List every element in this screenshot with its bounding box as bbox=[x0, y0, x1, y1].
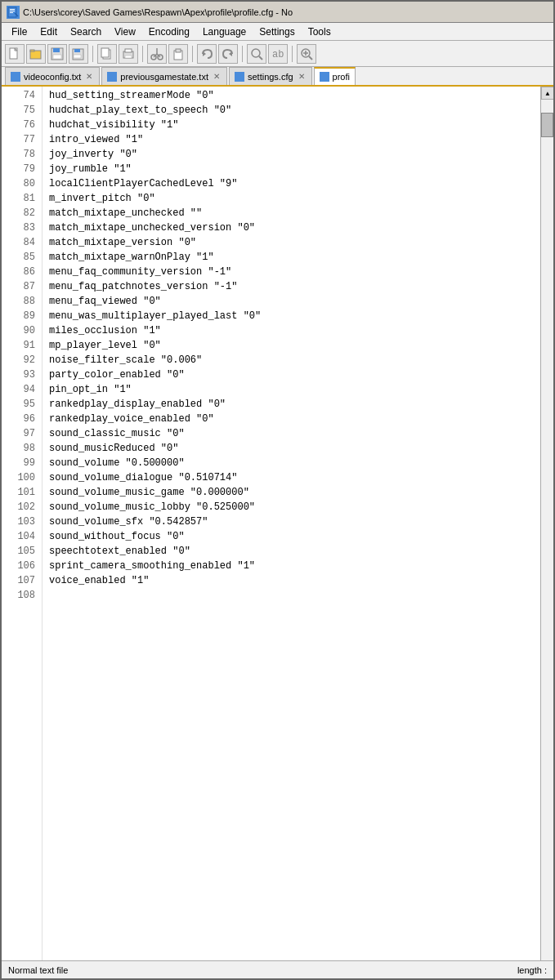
new-button[interactable] bbox=[5, 44, 25, 64]
svg-line-28 bbox=[259, 56, 262, 60]
code-line: localClientPlayerCachedLevel "9" bbox=[49, 176, 534, 191]
code-line: sound_musicReduced "0" bbox=[49, 441, 534, 456]
tab-label-previousgamestate: previousgamestate.txt bbox=[120, 72, 208, 82]
menu-view[interactable]: View bbox=[108, 24, 142, 39]
title-icon bbox=[7, 6, 20, 19]
code-line: m_invert_pitch "0" bbox=[49, 191, 534, 206]
code-line: party_color_enabled "0" bbox=[49, 368, 534, 382]
code-line: hud_setting_streamerMode "0" bbox=[49, 88, 534, 103]
svg-rect-12 bbox=[74, 55, 81, 58]
code-line: sound_volume_music_lobby "0.525000" bbox=[49, 500, 534, 514]
svg-rect-24 bbox=[176, 49, 181, 52]
menu-file[interactable]: File bbox=[5, 24, 34, 39]
menu-settings[interactable]: Settings bbox=[253, 24, 301, 39]
line-number: 106 bbox=[2, 559, 42, 573]
menu-search[interactable]: Search bbox=[64, 24, 108, 39]
tab-close-previousgamestate[interactable]: ✕ bbox=[212, 72, 222, 82]
line-number: 81 bbox=[2, 191, 42, 206]
separator-2 bbox=[142, 46, 143, 62]
code-content[interactable]: hud_setting_streamerMode "0"hudchat_play… bbox=[43, 87, 540, 960]
code-line: sound_classic_music "0" bbox=[49, 426, 534, 441]
code-line: noise_filter_scale "0.006" bbox=[49, 353, 534, 368]
menu-edit[interactable]: Edit bbox=[34, 24, 64, 39]
open-button[interactable] bbox=[26, 44, 46, 64]
zoom-button[interactable] bbox=[297, 44, 316, 64]
separator-1 bbox=[92, 46, 93, 62]
tab-icon-profile bbox=[320, 72, 329, 82]
line-number: 89 bbox=[2, 309, 42, 323]
title-bar: C:\Users\corey\Saved Games\Respawn\Apex\… bbox=[2, 2, 553, 23]
copy-file-button[interactable] bbox=[97, 44, 117, 64]
code-line: match_mixtape_version "0" bbox=[49, 235, 534, 250]
scrollbar[interactable]: ▲ bbox=[540, 87, 553, 960]
tab-previousgamestate[interactable]: previousgamestate.txt ✕ bbox=[101, 67, 227, 85]
tab-settings[interactable]: settings.cfg ✕ bbox=[229, 67, 312, 85]
print-button[interactable] bbox=[119, 44, 138, 64]
status-bar: Normal text file length : bbox=[2, 960, 553, 978]
code-line: sound_volume_sfx "0.542857" bbox=[49, 514, 534, 529]
separator-3 bbox=[192, 46, 193, 62]
tab-close-videoconfig[interactable]: ✕ bbox=[84, 72, 94, 82]
separator-4 bbox=[242, 46, 243, 62]
line-number: 75 bbox=[2, 103, 42, 118]
svg-rect-8 bbox=[53, 48, 60, 52]
code-line: match_mixtape_unchecked "" bbox=[49, 206, 534, 220]
paste-button[interactable] bbox=[168, 44, 188, 64]
line-number: 84 bbox=[2, 235, 42, 250]
code-line: joy_rumble "1" bbox=[49, 162, 534, 176]
tab-profile[interactable]: profi bbox=[314, 67, 356, 85]
menu-encoding[interactable]: Encoding bbox=[142, 24, 196, 39]
menu-tools[interactable]: Tools bbox=[302, 24, 338, 39]
line-number: 102 bbox=[2, 500, 42, 514]
redo-button[interactable] bbox=[218, 44, 238, 64]
line-number: 92 bbox=[2, 353, 42, 368]
code-line: rankedplay_display_enabled "0" bbox=[49, 397, 534, 412]
separator-5 bbox=[292, 46, 293, 62]
line-numbers: 7475767778798081828384858687888990919293… bbox=[2, 87, 43, 960]
title-text: C:\Users\corey\Saved Games\Respawn\Apex\… bbox=[23, 7, 293, 17]
tab-videoconfig[interactable]: videoconfig.txt ✕ bbox=[5, 67, 100, 85]
line-number: 107 bbox=[2, 573, 42, 588]
code-line: speechtotext_enabled "0" bbox=[49, 544, 534, 559]
line-number: 87 bbox=[2, 279, 42, 294]
svg-rect-3 bbox=[10, 12, 13, 13]
svg-rect-1 bbox=[10, 9, 15, 10]
svg-rect-17 bbox=[125, 56, 132, 58]
undo-button[interactable] bbox=[197, 44, 217, 64]
svg-point-27 bbox=[252, 49, 260, 57]
line-number: 83 bbox=[2, 220, 42, 235]
svg-rect-11 bbox=[74, 49, 80, 52]
svg-text:ab: ab bbox=[272, 49, 284, 60]
tab-close-settings[interactable]: ✕ bbox=[297, 72, 307, 82]
code-line: sound_volume_music_game "0.000000" bbox=[49, 485, 534, 500]
svg-rect-6 bbox=[30, 50, 34, 51]
line-number: 80 bbox=[2, 176, 42, 191]
line-number: 108 bbox=[2, 588, 42, 603]
editor-area: 7475767778798081828384858687888990919293… bbox=[2, 87, 553, 960]
svg-rect-2 bbox=[10, 11, 15, 11]
code-line: sound_volume "0.500000" bbox=[49, 456, 534, 470]
tab-label-settings: settings.cfg bbox=[248, 72, 293, 82]
save-button[interactable] bbox=[47, 44, 67, 64]
tab-icon-previousgamestate bbox=[107, 72, 117, 82]
line-number: 78 bbox=[2, 147, 42, 162]
code-line: hudchat_visibility "1" bbox=[49, 118, 534, 132]
line-number: 98 bbox=[2, 441, 42, 456]
scrollbar-thumb[interactable] bbox=[541, 113, 553, 137]
line-number: 74 bbox=[2, 88, 42, 103]
cut-button[interactable] bbox=[147, 44, 167, 64]
save-all-button[interactable] bbox=[69, 44, 88, 64]
scrollbar-up[interactable]: ▲ bbox=[541, 87, 553, 100]
find-button[interactable] bbox=[247, 44, 266, 64]
code-line: rankedplay_voice_enabled "0" bbox=[49, 412, 534, 426]
code-line: match_mixtape_warnOnPlay "1" bbox=[49, 250, 534, 265]
line-number: 101 bbox=[2, 485, 42, 500]
line-number: 103 bbox=[2, 514, 42, 529]
tab-label-videoconfig: videoconfig.txt bbox=[24, 72, 81, 82]
menu-bar: File Edit Search View Encoding Language … bbox=[2, 23, 553, 41]
status-text: Normal text file bbox=[8, 965, 68, 975]
line-number: 105 bbox=[2, 544, 42, 559]
replace-button[interactable]: ab bbox=[268, 44, 288, 64]
line-number: 97 bbox=[2, 426, 42, 441]
menu-language[interactable]: Language bbox=[196, 24, 253, 39]
